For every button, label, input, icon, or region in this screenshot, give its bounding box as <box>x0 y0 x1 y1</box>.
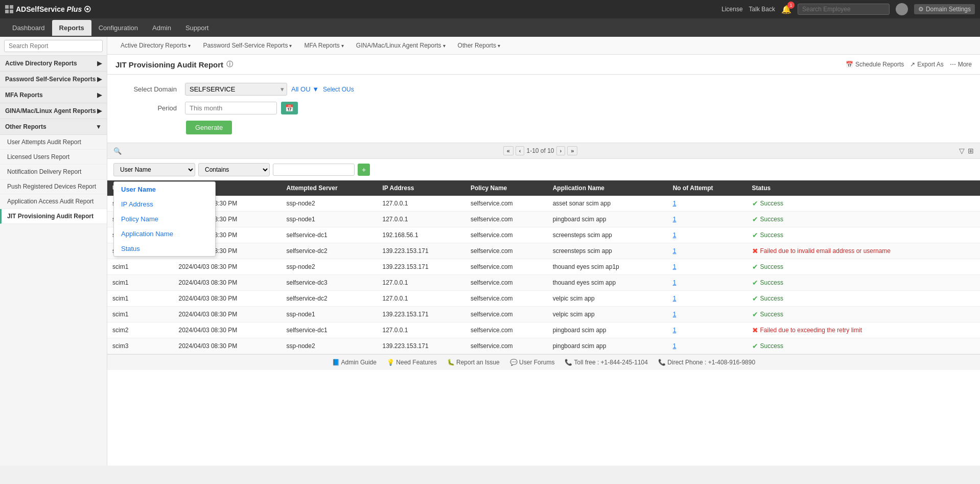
subnav-ad-reports[interactable]: Active Directory Reports <box>115 40 196 51</box>
sidebar-section-gina[interactable]: GINA/Mac/Linux Agent Reports ▶ <box>0 103 107 119</box>
notification-bell[interactable]: 🔔 1 <box>781 5 791 14</box>
talk-back-link[interactable]: Talk Back <box>749 6 775 13</box>
cell-time: 2024/04/03 08:30 PM <box>174 259 282 275</box>
attempts-link[interactable]: 1 <box>673 327 676 334</box>
domain-settings-button[interactable]: ⚙ Domain Settings <box>914 4 975 14</box>
next-page-button[interactable]: › <box>556 146 566 155</box>
search-employee-input[interactable] <box>798 4 890 15</box>
dropdown-item-username[interactable]: User Name <box>114 182 215 197</box>
filter-condition-select[interactable]: Contains Equals Starts with <box>198 163 270 176</box>
add-filter-button[interactable]: + <box>358 164 370 176</box>
subnav-password-reports[interactable]: Password Self-Service Reports <box>198 40 297 51</box>
subnav-mfa-reports[interactable]: MFA Reports <box>299 40 348 51</box>
prev-page-button[interactable]: ‹ <box>516 146 525 155</box>
dropdown-item-policy[interactable]: Policy Name <box>114 212 215 226</box>
ad-chevron-icon <box>188 42 191 49</box>
table-row: scim1 2024/04/03 08:30 PM selfservice-dc… <box>107 243 980 259</box>
tab-support[interactable]: Support <box>178 20 216 36</box>
table-search-icon[interactable]: 🔍 <box>113 147 122 155</box>
sidebar-item-app-access[interactable]: Application Access Audit Report <box>0 194 107 209</box>
attempts-link[interactable]: 1 <box>673 247 676 255</box>
sidebar-item-notification[interactable]: Notification Delivery Report <box>0 165 107 179</box>
cell-server: ssp-node2 <box>282 259 378 275</box>
sidebar-item-jit-provisioning[interactable]: JIT Provisioning Audit Report <box>0 209 107 224</box>
footer: 📘 Admin Guide 💡 Need Features 🐛 Report a… <box>107 354 980 370</box>
attempts-link[interactable]: 1 <box>673 311 676 318</box>
attempts-link[interactable]: 1 <box>673 232 676 239</box>
dropdown-item-ip[interactable]: IP Address <box>114 197 215 212</box>
cell-server: selfservice-dc2 <box>282 243 378 259</box>
cell-server: selfservice-dc3 <box>282 275 378 291</box>
sidebar-item-push-devices[interactable]: Push Registered Devices Report <box>0 179 107 194</box>
sidebar-item-licensed-users[interactable]: Licensed Users Report <box>0 150 107 165</box>
export-as-button[interactable]: ↗ Export As <box>910 61 943 68</box>
sidebar-section-other[interactable]: Other Reports ▼ User Attempts Audit Repo… <box>0 119 107 224</box>
footer-direct-phone[interactable]: 📞 Direct Phone : +1-408-916-9890 <box>658 359 755 366</box>
generate-button[interactable]: Generate <box>186 121 232 134</box>
attempts-link[interactable]: 1 <box>673 279 676 286</box>
gina-chevron: ▶ <box>97 107 102 114</box>
cell-app: pingboard scim app <box>548 322 668 338</box>
filter-icon-button[interactable]: ▽ <box>959 147 965 155</box>
schedule-reports-button[interactable]: 📅 Schedule Reports <box>846 61 904 68</box>
footer-report-issue[interactable]: 🐛 Report an Issue <box>447 359 500 366</box>
attempts-link[interactable]: 1 <box>673 342 676 350</box>
status-cell: ✔ Success <box>752 342 975 350</box>
sidebar-item-user-attempts[interactable]: User Attempts Audit Report <box>0 135 107 150</box>
sidebar-section-password[interactable]: Password Self-Service Reports ▶ <box>0 72 107 87</box>
status-cell: ✔ Success <box>752 263 975 271</box>
footer-toll-free[interactable]: 📞 Toll free : +1-844-245-1104 <box>565 359 648 366</box>
calendar-button[interactable]: 📅 <box>281 102 298 114</box>
footer-need-features[interactable]: 💡 Need Features <box>387 359 437 366</box>
subnav-other-reports[interactable]: Other Reports <box>453 40 505 51</box>
attempts-link[interactable]: 1 <box>673 295 676 302</box>
sidebar-section-active-directory[interactable]: Active Directory Reports ▶ <box>0 56 107 72</box>
more-button[interactable]: ⋯ More <box>950 61 972 68</box>
footer-user-forums[interactable]: 💬 User Forums <box>510 359 555 366</box>
cell-policy: selfservice.com <box>465 291 548 307</box>
license-link[interactable]: License <box>721 6 742 13</box>
attempts-link[interactable]: 1 <box>673 263 676 270</box>
attempts-link[interactable]: 1 <box>673 216 676 223</box>
select-ous-link[interactable]: Select OUs <box>323 86 354 93</box>
password-chevron-icon <box>289 42 292 49</box>
tab-dashboard[interactable]: Dashboard <box>5 20 52 36</box>
cell-app: screensteps scim app <box>548 227 668 243</box>
cell-status: ✔ Success <box>747 338 980 354</box>
attempts-link[interactable]: 1 <box>673 200 676 207</box>
dropdown-item-appname[interactable]: Application Name <box>114 226 215 241</box>
tab-reports[interactable]: Reports <box>52 20 91 36</box>
cell-attempts: 1 <box>668 259 747 275</box>
first-page-button[interactable]: « <box>503 146 514 155</box>
filter-value-input[interactable] <box>273 164 355 176</box>
cell-app: velpic scim app <box>548 307 668 322</box>
more-icon: ⋯ <box>950 61 956 68</box>
tab-configuration[interactable]: Configuration <box>91 20 145 36</box>
avatar[interactable] <box>896 3 908 15</box>
dropdown-item-status[interactable]: Status <box>114 241 215 256</box>
filter-dropdown: User Name IP Address Policy Name Applica… <box>113 181 216 257</box>
page-title: JIT Provisioning Audit Report <box>115 60 223 69</box>
schedule-icon: 📅 <box>846 61 853 68</box>
sidebar-section-mfa[interactable]: MFA Reports ▶ <box>0 87 107 103</box>
cell-policy: selfservice.com <box>465 275 548 291</box>
cell-policy: selfservice.com <box>465 196 548 212</box>
info-icon[interactable]: ⓘ <box>226 60 233 69</box>
cell-time: 2024/04/03 08:30 PM <box>174 338 282 354</box>
columns-icon-button[interactable]: ⊞ <box>968 147 974 155</box>
domain-select[interactable]: SELFSERVICE <box>185 83 287 96</box>
period-input[interactable] <box>185 102 277 114</box>
th-status: Status <box>747 180 980 196</box>
subnav-gina-reports[interactable]: GINA/Mac/Linux Agent Reports <box>351 40 451 51</box>
tab-admin[interactable]: Admin <box>145 20 178 36</box>
th-ip: IP Address <box>377 180 465 196</box>
grid-icon <box>5 5 13 13</box>
domain-select-wrapper: SELFSERVICE ▾ <box>185 83 287 96</box>
footer-admin-guide[interactable]: 📘 Admin Guide <box>332 359 377 366</box>
cell-ip: 127.0.0.1 <box>377 212 465 227</box>
cell-policy: selfservice.com <box>465 243 548 259</box>
last-page-button[interactable]: » <box>567 146 577 155</box>
cell-status: ✔ Success <box>747 259 980 275</box>
sidebar-search-input[interactable] <box>4 40 103 52</box>
filter-field-select[interactable]: User Name IP Address Policy Name Applica… <box>113 163 195 176</box>
